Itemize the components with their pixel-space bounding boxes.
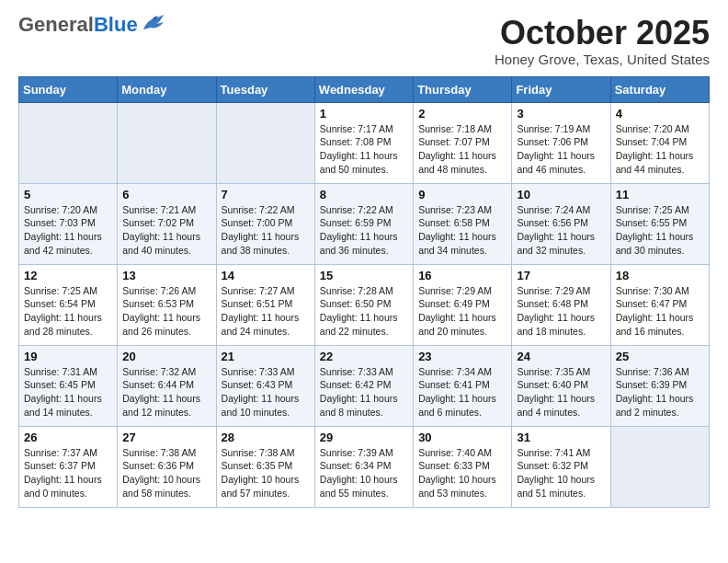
calendar-day-19: 19Sunrise: 7:31 AM Sunset: 6:45 PM Dayli… [19, 345, 118, 426]
day-info: Sunrise: 7:41 AM Sunset: 6:32 PM Dayligh… [517, 446, 605, 500]
calendar-day-10: 10Sunrise: 7:24 AM Sunset: 6:56 PM Dayli… [512, 183, 610, 264]
header: GeneralBlue October 2025 Honey Grove, Te… [18, 15, 710, 67]
day-info: Sunrise: 7:37 AM Sunset: 6:37 PM Dayligh… [24, 446, 112, 500]
calendar-day-9: 9Sunrise: 7:23 AM Sunset: 6:58 PM Daylig… [414, 183, 512, 264]
calendar-day-7: 7Sunrise: 7:22 AM Sunset: 7:00 PM Daylig… [216, 183, 314, 264]
calendar-week-row: 1Sunrise: 7:17 AM Sunset: 7:08 PM Daylig… [19, 102, 710, 183]
calendar-day-24: 24Sunrise: 7:35 AM Sunset: 6:40 PM Dayli… [512, 345, 610, 426]
day-info: Sunrise: 7:33 AM Sunset: 6:43 PM Dayligh… [222, 365, 310, 419]
day-number: 2 [418, 107, 506, 121]
day-number: 18 [616, 269, 704, 282]
day-number: 4 [616, 107, 704, 121]
day-info: Sunrise: 7:28 AM Sunset: 6:50 PM Dayligh… [320, 284, 408, 339]
day-info: Sunrise: 7:29 AM Sunset: 6:49 PM Dayligh… [418, 284, 506, 339]
day-info: Sunrise: 7:39 AM Sunset: 6:34 PM Dayligh… [320, 446, 408, 500]
calendar-day-13: 13Sunrise: 7:26 AM Sunset: 6:53 PM Dayli… [118, 264, 216, 345]
calendar-day-4: 4Sunrise: 7:20 AM Sunset: 7:04 PM Daylig… [610, 102, 709, 183]
day-number: 9 [418, 188, 506, 201]
calendar-day-17: 17Sunrise: 7:29 AM Sunset: 6:48 PM Dayli… [512, 264, 610, 345]
day-number: 30 [418, 431, 506, 444]
day-number: 13 [122, 269, 210, 282]
day-number: 11 [616, 188, 704, 201]
calendar-empty-cell [216, 102, 314, 183]
calendar-day-25: 25Sunrise: 7:36 AM Sunset: 6:39 PM Dayli… [610, 345, 709, 426]
calendar-day-20: 20Sunrise: 7:32 AM Sunset: 6:44 PM Dayli… [118, 345, 216, 426]
calendar-day-22: 22Sunrise: 7:33 AM Sunset: 6:42 PM Dayli… [314, 345, 413, 426]
day-number: 14 [222, 269, 310, 282]
day-info: Sunrise: 7:27 AM Sunset: 6:51 PM Dayligh… [222, 284, 310, 339]
day-info: Sunrise: 7:20 AM Sunset: 7:03 PM Dayligh… [24, 203, 112, 258]
day-number: 26 [24, 431, 112, 444]
calendar-day-21: 21Sunrise: 7:33 AM Sunset: 6:43 PM Dayli… [216, 345, 314, 426]
day-number: 29 [320, 431, 408, 444]
day-number: 28 [222, 431, 310, 444]
calendar-day-27: 27Sunrise: 7:38 AM Sunset: 6:36 PM Dayli… [118, 426, 216, 507]
calendar-day-5: 5Sunrise: 7:20 AM Sunset: 7:03 PM Daylig… [19, 183, 118, 264]
column-header-saturday: Saturday [610, 76, 709, 102]
location: Honey Grove, Texas, United States [495, 52, 710, 67]
day-info: Sunrise: 7:21 AM Sunset: 7:02 PM Dayligh… [122, 203, 210, 258]
calendar-day-8: 8Sunrise: 7:22 AM Sunset: 6:59 PM Daylig… [314, 183, 413, 264]
calendar-day-2: 2Sunrise: 7:18 AM Sunset: 7:07 PM Daylig… [414, 102, 512, 183]
day-number: 6 [122, 188, 210, 201]
day-info: Sunrise: 7:30 AM Sunset: 6:47 PM Dayligh… [616, 284, 704, 339]
day-info: Sunrise: 7:35 AM Sunset: 6:40 PM Dayligh… [517, 365, 605, 419]
calendar-week-row: 19Sunrise: 7:31 AM Sunset: 6:45 PM Dayli… [19, 345, 710, 426]
title-block: October 2025 Honey Grove, Texas, United … [495, 15, 710, 67]
day-number: 10 [517, 188, 605, 201]
calendar-week-row: 12Sunrise: 7:25 AM Sunset: 6:54 PM Dayli… [19, 264, 710, 345]
calendar-day-1: 1Sunrise: 7:17 AM Sunset: 7:08 PM Daylig… [314, 102, 413, 183]
calendar-week-row: 5Sunrise: 7:20 AM Sunset: 7:03 PM Daylig… [19, 183, 710, 264]
day-info: Sunrise: 7:23 AM Sunset: 6:58 PM Dayligh… [418, 203, 506, 258]
calendar-day-6: 6Sunrise: 7:21 AM Sunset: 7:02 PM Daylig… [118, 183, 216, 264]
day-number: 16 [418, 269, 506, 282]
day-info: Sunrise: 7:33 AM Sunset: 6:42 PM Dayligh… [320, 365, 408, 419]
column-header-wednesday: Wednesday [314, 76, 413, 102]
column-header-friday: Friday [512, 76, 610, 102]
day-number: 8 [320, 188, 408, 201]
day-number: 1 [320, 107, 408, 121]
day-info: Sunrise: 7:38 AM Sunset: 6:35 PM Dayligh… [222, 446, 310, 500]
logo-general: General [18, 13, 94, 36]
calendar-day-18: 18Sunrise: 7:30 AM Sunset: 6:47 PM Dayli… [610, 264, 709, 345]
day-info: Sunrise: 7:25 AM Sunset: 6:55 PM Dayligh… [616, 203, 704, 258]
calendar-day-15: 15Sunrise: 7:28 AM Sunset: 6:50 PM Dayli… [314, 264, 413, 345]
day-info: Sunrise: 7:36 AM Sunset: 6:39 PM Dayligh… [616, 365, 704, 419]
calendar-day-16: 16Sunrise: 7:29 AM Sunset: 6:49 PM Dayli… [414, 264, 512, 345]
day-info: Sunrise: 7:25 AM Sunset: 6:54 PM Dayligh… [24, 284, 112, 339]
calendar-day-28: 28Sunrise: 7:38 AM Sunset: 6:35 PM Dayli… [216, 426, 314, 507]
day-number: 21 [222, 350, 310, 363]
day-number: 25 [616, 350, 704, 363]
day-number: 17 [517, 269, 605, 282]
calendar-header-row: SundayMondayTuesdayWednesdayThursdayFrid… [19, 76, 710, 102]
day-number: 24 [517, 350, 605, 363]
day-number: 5 [24, 188, 112, 201]
day-info: Sunrise: 7:24 AM Sunset: 6:56 PM Dayligh… [517, 203, 605, 258]
day-info: Sunrise: 7:22 AM Sunset: 7:00 PM Dayligh… [222, 203, 310, 258]
day-number: 23 [418, 350, 506, 363]
calendar-day-29: 29Sunrise: 7:39 AM Sunset: 6:34 PM Dayli… [314, 426, 413, 507]
day-number: 12 [24, 269, 112, 282]
day-info: Sunrise: 7:29 AM Sunset: 6:48 PM Dayligh… [517, 284, 605, 339]
day-info: Sunrise: 7:22 AM Sunset: 6:59 PM Dayligh… [320, 203, 408, 258]
day-info: Sunrise: 7:26 AM Sunset: 6:53 PM Dayligh… [122, 284, 210, 339]
calendar-empty-cell [610, 426, 709, 507]
day-info: Sunrise: 7:19 AM Sunset: 7:06 PM Dayligh… [517, 122, 605, 177]
day-number: 19 [24, 350, 112, 363]
day-info: Sunrise: 7:20 AM Sunset: 7:04 PM Dayligh… [616, 122, 704, 177]
day-number: 20 [122, 350, 210, 363]
calendar-day-30: 30Sunrise: 7:40 AM Sunset: 6:33 PM Dayli… [414, 426, 512, 507]
day-number: 22 [320, 350, 408, 363]
calendar-day-11: 11Sunrise: 7:25 AM Sunset: 6:55 PM Dayli… [610, 183, 709, 264]
column-header-monday: Monday [118, 76, 216, 102]
column-header-tuesday: Tuesday [216, 76, 314, 102]
calendar-table: SundayMondayTuesdayWednesdayThursdayFrid… [18, 76, 710, 508]
day-info: Sunrise: 7:18 AM Sunset: 7:07 PM Dayligh… [418, 122, 506, 177]
logo-blue: Blue [94, 13, 138, 36]
day-info: Sunrise: 7:38 AM Sunset: 6:36 PM Dayligh… [122, 446, 210, 500]
page: GeneralBlue October 2025 Honey Grove, Te… [0, 0, 728, 523]
calendar-day-12: 12Sunrise: 7:25 AM Sunset: 6:54 PM Dayli… [19, 264, 118, 345]
calendar-day-14: 14Sunrise: 7:27 AM Sunset: 6:51 PM Dayli… [216, 264, 314, 345]
calendar-day-26: 26Sunrise: 7:37 AM Sunset: 6:37 PM Dayli… [19, 426, 118, 507]
day-number: 15 [320, 269, 408, 282]
